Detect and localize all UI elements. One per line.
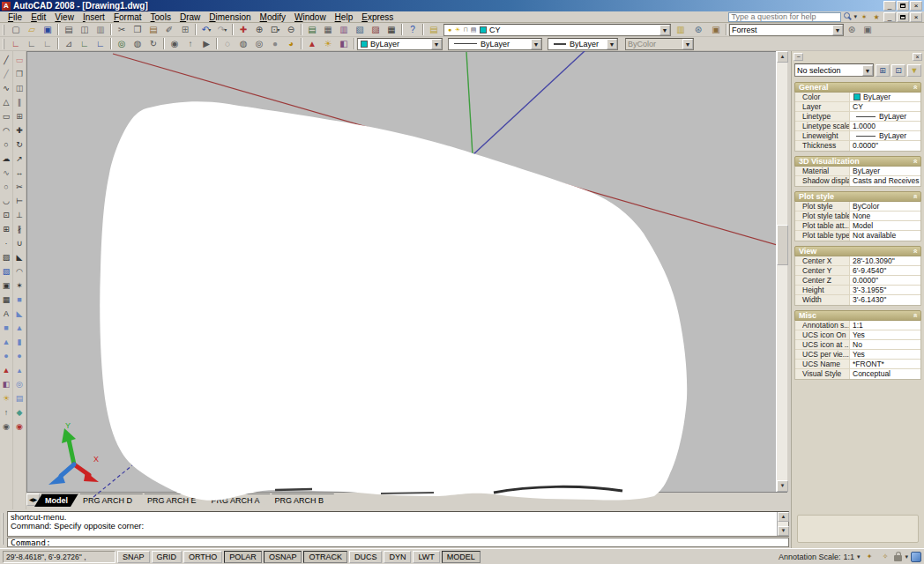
section-header[interactable]: Plot style»	[794, 191, 921, 202]
constrained-orbit-button[interactable]: ◎	[114, 37, 130, 50]
torus-button[interactable]: ◎	[13, 377, 26, 391]
make-object-layer-current-button[interactable]: ▥	[673, 23, 689, 36]
property-value[interactable]: 3'-6.1430"	[850, 295, 920, 305]
tab-prg-arch-e[interactable]: PRG ARCH E	[137, 494, 207, 507]
render-region-button[interactable]: ◉	[13, 419, 26, 434]
paste-button[interactable]: ▤	[145, 23, 161, 36]
toggle-grid[interactable]: GRID	[152, 551, 183, 563]
menu-help[interactable]: Help	[331, 12, 358, 22]
coordinate-display[interactable]: 29'-8.4618", 6'-9.2726" , 0'-0.0000"	[3, 551, 116, 563]
render-button[interactable]: ▲	[304, 37, 320, 50]
line-button[interactable]: ╱	[0, 53, 12, 67]
color-combo[interactable]: ByLayer ▼	[357, 38, 443, 50]
toggle-otrack[interactable]: OTRACK	[303, 551, 347, 563]
move-button[interactable]: ✚	[13, 123, 26, 137]
markup-set-manager-button[interactable]: ▨	[368, 23, 384, 36]
lights-button[interactable]: ☀	[320, 37, 336, 50]
copy-button[interactable]: ❐	[130, 23, 145, 36]
insert-block-button[interactable]: ⊡	[0, 208, 12, 222]
free-orbit-button[interactable]: ◍	[130, 37, 145, 50]
collapse-chevron-icon[interactable]: »	[910, 194, 919, 198]
construction-line-button[interactable]: ╱	[0, 67, 12, 81]
toggle-osnap[interactable]: OSNAP	[264, 551, 302, 563]
toolbar-lock-icon[interactable]	[894, 555, 902, 561]
2d-wireframe-button[interactable]: ◌	[220, 37, 235, 50]
zoom-window-button[interactable]: ⊡▾	[267, 23, 283, 36]
layer-properties-manager-button[interactable]: ▤	[426, 23, 442, 36]
multiline-text-button[interactable]: A	[0, 307, 12, 321]
annotation-scale-value[interactable]: 1:1	[843, 553, 854, 561]
menu-file[interactable]: File	[4, 12, 26, 22]
menu-edit[interactable]: Edit	[26, 12, 50, 22]
publish-button[interactable]: ▥	[93, 23, 108, 36]
save-button[interactable]: ▣	[40, 23, 56, 36]
polygon-button[interactable]: △	[0, 95, 12, 109]
workspace-combo[interactable]: Forrest ▼	[729, 24, 844, 36]
toggle-polar[interactable]: POLAR	[224, 551, 262, 563]
doc-restore-button[interactable]	[897, 12, 909, 22]
cone-solid-button[interactable]: ▲	[13, 321, 26, 335]
help-button[interactable]: ?	[405, 23, 421, 36]
search-dropdown-icon[interactable]: ▾	[853, 13, 857, 20]
select-objects-button[interactable]: ⊡	[891, 64, 905, 77]
property-value[interactable]: 1:1	[850, 321, 920, 330]
chamfer-button[interactable]: ◣	[13, 250, 26, 264]
cone-button[interactable]: ▲	[0, 335, 12, 349]
property-value[interactable]: 0.0000"	[850, 276, 920, 285]
scroll-up-icon[interactable]: ▲	[777, 51, 788, 63]
collapse-chevron-icon[interactable]: »	[910, 85, 919, 89]
toggle-pickadd-button[interactable]: ⊞	[876, 64, 890, 77]
color-combo-arrow-icon[interactable]: ▼	[431, 39, 442, 49]
workspace-combo-arrow-icon[interactable]: ▼	[832, 25, 843, 35]
collapse-chevron-icon[interactable]: »	[910, 313, 919, 317]
3d-hidden-button[interactable]: ◎	[251, 37, 267, 50]
property-value[interactable]: Conceptual	[850, 369, 920, 379]
tool-palettes-button[interactable]: ▥	[336, 23, 352, 36]
quickcalc-button[interactable]: ▦	[384, 23, 399, 36]
undo-button[interactable]: ↶▾	[198, 23, 214, 36]
wedge-button[interactable]: ◣	[13, 307, 26, 321]
property-value[interactable]: ByLayer	[850, 93, 920, 101]
fillet-button[interactable]: ◠	[13, 264, 26, 278]
camera-view-button[interactable]: ◉	[0, 419, 12, 434]
3d-wireframe-button[interactable]: ◍	[235, 37, 251, 50]
annotation-scale-dropdown-icon[interactable]: ▾	[857, 553, 861, 560]
menu-window[interactable]: Window	[290, 12, 331, 22]
menu-dimension[interactable]: Dimension	[205, 12, 255, 22]
extrude-button[interactable]: ▤	[13, 391, 26, 405]
sphere-solid-button[interactable]: ●	[13, 349, 26, 363]
properties-button[interactable]: ▤	[304, 23, 320, 36]
property-value[interactable]: Not available	[850, 231, 920, 241]
menu-modify[interactable]: Modify	[256, 12, 290, 22]
revision-cloud-button[interactable]: ☁	[0, 152, 12, 166]
menu-draw[interactable]: Draw	[175, 12, 205, 22]
workspace-settings-button[interactable]: ⊛	[844, 23, 860, 36]
region-button[interactable]: ▣	[0, 278, 12, 293]
property-value[interactable]: 0.0000"	[850, 141, 920, 151]
make-block-button[interactable]: ⊞	[0, 222, 12, 236]
plot-button[interactable]: ▤	[61, 23, 77, 36]
section-header[interactable]: 3D Visualization»	[794, 156, 921, 167]
ucs-button[interactable]: ∟	[8, 37, 24, 50]
spline-button[interactable]: ∿	[0, 166, 12, 180]
open-button[interactable]: ▱	[24, 23, 40, 36]
property-value[interactable]: None	[850, 212, 920, 220]
tab-model[interactable]: Model	[34, 494, 78, 507]
camera-button[interactable]: ◉	[167, 37, 183, 50]
ellipse-button[interactable]: ○	[0, 180, 12, 194]
toggle-snap[interactable]: SNAP	[117, 551, 150, 563]
collapse-chevron-icon[interactable]: »	[910, 249, 919, 253]
layer-combo-arrow-icon[interactable]: ▼	[659, 25, 670, 35]
section-header[interactable]: View»	[794, 246, 921, 256]
erase-button[interactable]: ▭	[13, 53, 26, 67]
redo-button[interactable]: ↷▾	[214, 23, 230, 36]
palette-close-icon[interactable]: ×	[913, 53, 922, 61]
ucs-world-button[interactable]: ∟	[24, 37, 40, 50]
doc-close-button[interactable]: ×	[910, 12, 922, 22]
autoscale-annotation-icon[interactable]: ✧	[878, 551, 891, 562]
realistic-button[interactable]: ●	[267, 37, 283, 50]
sheetset-manager-button[interactable]: ▧	[352, 23, 368, 36]
offset-button[interactable]: ∥	[13, 95, 26, 109]
ucs-view-button[interactable]: ∟	[93, 37, 108, 50]
redo-dropdown-icon[interactable]: ▾	[224, 26, 227, 33]
